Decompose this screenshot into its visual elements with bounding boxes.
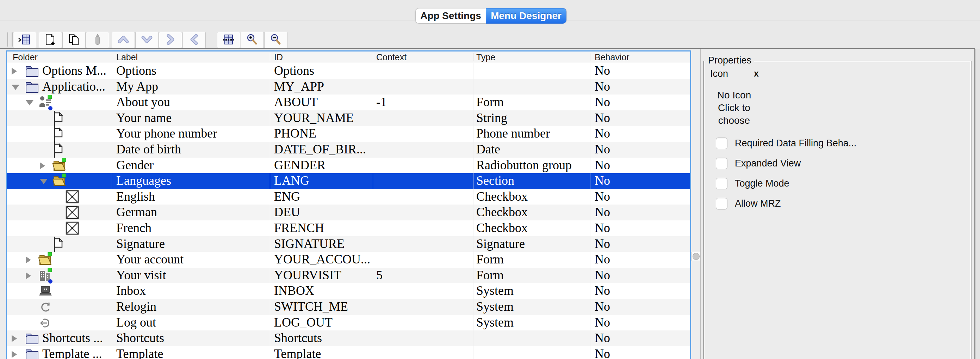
label-cell: Log out <box>116 315 156 331</box>
type-cell: System <box>476 315 514 331</box>
move-up-button[interactable] <box>112 32 135 48</box>
id-cell: YOUR_NAME <box>274 110 354 126</box>
checkbox-icon <box>65 221 80 239</box>
remove-icon-button[interactable]: x <box>754 69 759 79</box>
column-divider[interactable] <box>373 53 373 61</box>
tab-app-settings[interactable]: App Settings <box>415 8 486 24</box>
table-row-SIGNATURE[interactable]: SignatureSIGNATURESignatureNo <box>7 236 690 252</box>
splitter-handle[interactable] <box>692 252 700 261</box>
folder-blue-icon <box>25 79 40 98</box>
table-split-icon <box>222 33 235 47</box>
label-cell: Your visit <box>116 268 166 284</box>
icon-placeholder-line: Click to <box>699 102 769 114</box>
copy-icon <box>67 33 81 47</box>
split-table-button[interactable] <box>217 32 240 48</box>
zoom-in-button[interactable] <box>240 32 264 48</box>
copy-item-button[interactable] <box>62 32 86 48</box>
behavior-cell: No <box>595 236 610 252</box>
folder-blue-icon <box>25 347 40 359</box>
table-row-GENDER[interactable]: GenderGENDERRadiobutton groupNo <box>7 158 690 174</box>
behavior-cell: No <box>595 173 610 189</box>
behavior-cell: No <box>595 252 610 268</box>
table-row-LANG[interactable]: LanguagesLANGSectionNo <box>7 173 690 189</box>
expand-toggle-icon[interactable] <box>40 162 45 169</box>
behavior-cell: No <box>595 189 610 205</box>
table-row-Shortcuts[interactable]: Shortcuts ...ShortcutsShortcutsNo <box>7 330 690 346</box>
id-cell: SIGNATURE <box>274 236 345 252</box>
table-row-LOG_OUT[interactable]: Log outLOG_OUTSystemNo <box>7 315 690 331</box>
table-row-FRENCH[interactable]: FrenchFRENCHCheckboxNo <box>7 220 690 236</box>
table-row-ENG[interactable]: EnglishENGCheckboxNo <box>7 189 690 205</box>
expand-toggle-icon[interactable] <box>12 68 17 75</box>
folder-cell: Template ... <box>42 346 102 359</box>
table-row-INBOX[interactable]: InboxINBOXSystemNo <box>7 283 690 299</box>
expand-toggle-icon[interactable] <box>26 272 31 279</box>
label-cell: English <box>116 189 155 205</box>
table-row-Options[interactable]: Options M...OptionsOptionsNo <box>7 63 690 79</box>
collapse-toggle-icon[interactable] <box>12 85 19 90</box>
icon-chooser[interactable]: No IconClick tochoose <box>699 89 769 127</box>
behavior-cell: No <box>595 315 610 331</box>
behavior-cell: No <box>595 158 610 174</box>
table-row-YOURVISIT[interactable]: Your visitYOURVISIT5FormNo <box>7 268 690 284</box>
move-down-button[interactable] <box>135 32 159 48</box>
table-row-YOUR_NAME[interactable]: Your nameYOUR_NAMEStringNo <box>7 110 690 126</box>
column-header-context[interactable]: Context <box>376 51 407 63</box>
checkbox-label-toggle-mode: Toggle Mode <box>735 178 789 189</box>
column-header-folder[interactable]: Folder <box>13 51 38 63</box>
tab-app-settings-label: App Settings <box>420 10 481 22</box>
chevron-right-icon <box>164 33 177 47</box>
behavior-cell: No <box>595 94 610 110</box>
table-row-SWITCH_ME[interactable]: ReloginSWITCH_MESystemNo <box>7 299 690 315</box>
type-cell: Checkbox <box>476 189 528 205</box>
behavior-cell: No <box>595 204 610 220</box>
id-cell: MY_APP <box>274 79 324 95</box>
collapse-toggle-icon[interactable] <box>26 100 33 105</box>
grid-line <box>270 63 270 359</box>
id-cell: INBOX <box>274 283 314 299</box>
checkbox-expanded-view[interactable] <box>716 158 727 169</box>
new-item-button[interactable] <box>39 32 62 48</box>
table-row-DEU[interactable]: GermanDEUCheckboxNo <box>7 204 690 220</box>
column-divider[interactable] <box>270 53 270 61</box>
id-cell: Options <box>274 63 314 79</box>
table-row-Template[interactable]: Template ...TemplateTemplateNo <box>7 346 690 359</box>
label-cell: Your phone number <box>116 126 217 142</box>
indent-button[interactable] <box>159 32 182 48</box>
icon-placeholder-line: No Icon <box>699 89 769 102</box>
column-header-id[interactable]: ID <box>274 51 283 63</box>
column-divider[interactable] <box>590 53 590 61</box>
type-cell: Phone number <box>476 126 550 142</box>
table-row-PHONE[interactable]: Your phone numberPHONEPhone numberNo <box>7 126 690 142</box>
table-row-YOUR_ACCOU...[interactable]: Your accountYOUR_ACCOU...FormNo <box>7 252 690 268</box>
toolbar-drag-handle[interactable] <box>7 32 13 46</box>
table-row-DATE_OF_BIR...[interactable]: Date of birthDATE_OF_BIR...DateNo <box>7 142 690 158</box>
expand-toggle-icon[interactable] <box>12 351 17 358</box>
id-cell: DATE_OF_BIR... <box>274 142 366 158</box>
zoom-out-button[interactable] <box>264 32 288 48</box>
checkbox-allow-mrz[interactable] <box>716 198 727 209</box>
column-header-label[interactable]: Label <box>116 51 138 63</box>
erase-item-button[interactable] <box>86 32 109 48</box>
tab-menu-designer-label: Menu Designer <box>491 10 562 22</box>
column-header-type[interactable]: Type <box>476 51 495 63</box>
outdent-button[interactable] <box>183 32 206 48</box>
expand-toggle-icon[interactable] <box>12 335 17 342</box>
table-row-MY_APP[interactable]: Applicatio...My AppMY_APPNo <box>7 79 690 95</box>
insert-into-menu-button[interactable] <box>13 32 36 48</box>
tab-menu-designer[interactable]: Menu Designer <box>486 8 566 24</box>
checkbox-toggle-mode[interactable] <box>716 178 727 189</box>
id-cell: LANG <box>274 173 309 189</box>
label-cell: My App <box>116 79 158 95</box>
folder-cell: Options M... <box>42 63 107 79</box>
table-row-ABOUT[interactable]: About youABOUT-1FormNo <box>7 94 690 110</box>
collapse-toggle-icon[interactable] <box>40 179 48 184</box>
checkbox-required-data-filling-beha[interactable] <box>716 137 727 149</box>
checkbox-label-allow-mrz: Allow MRZ <box>735 198 781 209</box>
id-cell: ABOUT <box>274 94 318 110</box>
id-cell: FRENCH <box>274 220 324 236</box>
id-cell: Template <box>274 346 321 359</box>
behavior-cell: No <box>595 126 610 142</box>
column-header-behavior[interactable]: Behavior <box>595 51 630 63</box>
expand-toggle-icon[interactable] <box>26 256 31 263</box>
